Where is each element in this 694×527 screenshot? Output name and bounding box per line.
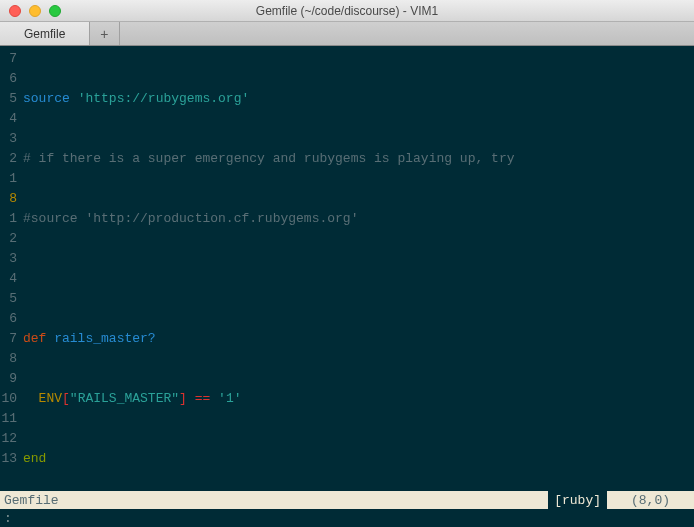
gutter-line: 3 bbox=[0, 129, 17, 149]
gutter-line: 13 bbox=[0, 449, 17, 469]
token: rails_master? bbox=[54, 331, 155, 346]
gutter-line: 6 bbox=[0, 309, 17, 329]
status-filename: Gemfile bbox=[0, 493, 59, 508]
gutter-line: 4 bbox=[0, 109, 17, 129]
tab-bar: Gemfile + bbox=[0, 22, 694, 46]
gutter-line: 1 bbox=[0, 169, 17, 189]
token: ENV bbox=[39, 391, 62, 406]
status-bar: Gemfile [ruby] (8,0) bbox=[0, 491, 694, 509]
gutter-line: 3 bbox=[0, 249, 17, 269]
gutter-line: 9 bbox=[0, 369, 17, 389]
window: Gemfile (~/code/discourse) - VIM1 Gemfil… bbox=[0, 0, 694, 527]
gutter-line: 4 bbox=[0, 269, 17, 289]
token: ] bbox=[179, 391, 187, 406]
gutter-line: 5 bbox=[0, 289, 17, 309]
token: '1' bbox=[218, 391, 241, 406]
window-title: Gemfile (~/code/discourse) - VIM1 bbox=[0, 4, 694, 18]
gutter-line: 12 bbox=[0, 429, 17, 449]
gutter-line: 7 bbox=[0, 329, 17, 349]
editor[interactable]: 7654321812345678910111213 source 'https:… bbox=[0, 46, 694, 491]
token: source bbox=[23, 91, 70, 106]
token: # if there is a super emergency and ruby… bbox=[23, 151, 514, 166]
token: #source 'http://production.cf.rubygems.o… bbox=[23, 211, 358, 226]
gutter-line: 2 bbox=[0, 229, 17, 249]
status-position: (8,0) bbox=[607, 493, 694, 508]
gutter-line: 11 bbox=[0, 409, 17, 429]
token: def bbox=[23, 331, 46, 346]
code-area[interactable]: source 'https://rubygems.org' # if there… bbox=[23, 46, 694, 491]
new-tab-button[interactable]: + bbox=[90, 22, 119, 45]
token: 'https://rubygems.org' bbox=[78, 91, 250, 106]
gutter-line: 1 bbox=[0, 209, 17, 229]
gutter-line: 5 bbox=[0, 89, 17, 109]
tab-gemfile[interactable]: Gemfile bbox=[0, 22, 90, 45]
status-filetype: [ruby] bbox=[548, 491, 607, 509]
token: end bbox=[23, 451, 46, 466]
gutter-line: 2 bbox=[0, 149, 17, 169]
command-line[interactable]: : bbox=[0, 509, 694, 527]
token: == bbox=[187, 391, 218, 406]
gutter-line: 7 bbox=[0, 49, 17, 69]
gutter-line: 8 bbox=[0, 349, 17, 369]
gutter-line: 6 bbox=[0, 69, 17, 89]
titlebar: Gemfile (~/code/discourse) - VIM1 bbox=[0, 0, 694, 22]
gutter-line: 10 bbox=[0, 389, 17, 409]
gutter-line: 8 bbox=[0, 189, 17, 209]
token: "RAILS_MASTER" bbox=[70, 391, 179, 406]
token: [ bbox=[62, 391, 70, 406]
line-gutter: 7654321812345678910111213 bbox=[0, 46, 23, 491]
